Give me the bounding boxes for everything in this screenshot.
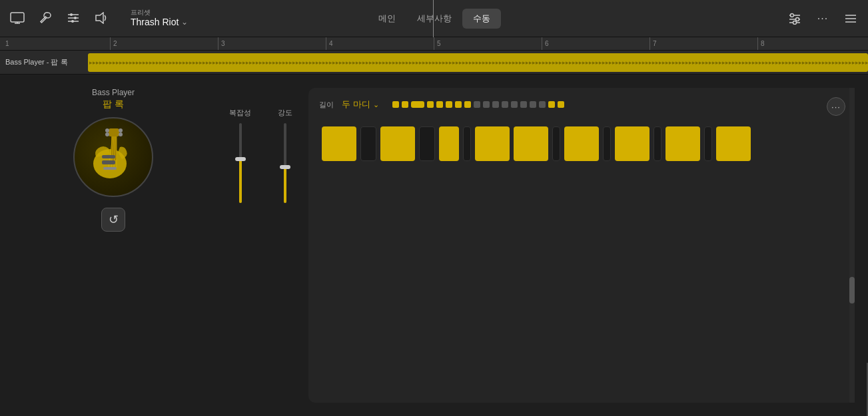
ruler: 1 2 3 4 5 6 7 8 [0,37,868,51]
beat-cell-15[interactable] [704,126,712,161]
svg-point-15 [793,21,797,24]
track-row: Bass Player - 팝 록 ▸▸▸▸▸▸▸▸▸▸▸▸▸▸▸▸▸▸▸▸▸▸… [0,51,868,75]
bass-guitar-icon [83,127,143,187]
bass-player-info: Bass Player 팝 록 [92,88,135,110]
dot-18[interactable] [558,101,564,108]
svg-point-13 [791,13,794,17]
refresh-icon: ↺ [109,212,119,227]
instrument-circle[interactable] [73,117,153,197]
beat-cell-4[interactable] [419,126,435,161]
beat-cell-10[interactable] [564,126,599,161]
intensity-fill [284,167,286,203]
dot-14[interactable] [520,101,527,108]
wrench-icon[interactable] [36,9,55,27]
beat-cell-1[interactable] [322,126,356,161]
ruler-mark-3: 3 [218,37,326,50]
dot-8[interactable] [464,101,471,108]
svg-marker-9 [96,13,103,23]
ruler-marks: 1 2 3 4 5 6 7 8 [3,37,865,50]
beat-cell-9[interactable] [552,126,560,161]
scrollbar-thumb[interactable] [849,277,855,304]
refresh-button[interactable]: ↺ [101,208,125,232]
dot-1[interactable] [392,101,399,108]
main-content: Bass Player 팝 록 [0,75,868,416]
track-pattern[interactable]: ▸▸▸▸▸▸▸▸▸▸▸▸▸▸▸▸▸▸▸▸▸▸▸▸▸▸▸▸▸▸▸▸▸▸▸▸▸▸▸▸… [88,53,868,72]
dot-17[interactable] [548,101,555,108]
dot-9[interactable] [474,101,480,108]
ruler-mark-2: 2 [110,37,218,50]
intensity-thumb[interactable] [280,165,290,169]
svg-point-25 [119,132,123,136]
track-name: Bass Player - 팝 록 [5,57,85,67]
ruler-mark-7: 7 [650,37,757,50]
speaker-icon[interactable] [92,9,111,27]
intensity-slider-col: 강도 [278,108,292,203]
complexity-slider-col: 복잡성 [229,108,251,203]
length-value[interactable]: 두 마디 [342,99,379,110]
ruler-mark-6: 6 [542,37,650,50]
svg-point-22 [105,128,109,132]
dot-11[interactable] [492,101,499,108]
svg-rect-30 [103,167,117,170]
hamburger-icon[interactable] [841,9,860,28]
toolbar-left: 프리셋 Thrash Riot [8,9,188,28]
more-dots-icon[interactable]: ··· [813,9,832,28]
dot-15[interactable] [530,101,536,108]
sliders-area: 복잡성 강도 [229,88,292,403]
svg-rect-31 [102,160,115,164]
svg-rect-0 [11,13,24,22]
beat-cell-12[interactable] [615,126,650,161]
beat-cell-6[interactable] [463,126,471,161]
svg-point-7 [74,17,77,19]
length-row: 길이 두 마디 [319,99,844,110]
dot-5[interactable] [436,101,443,108]
dot-6[interactable] [446,101,452,108]
beat-grid [319,121,844,166]
layers-icon[interactable] [64,9,83,27]
intensity-slider[interactable] [284,123,286,203]
dot-4[interactable] [427,101,434,108]
right-scrollbar[interactable] [849,88,855,403]
tab-details[interactable]: 세부사항 [406,9,462,29]
dot-10[interactable] [483,101,490,108]
length-label: 길이 [319,100,334,110]
toolbar: 프리셋 Thrash Riot 메인 세부사항 수동 ··· [0,0,868,37]
beat-cell-8[interactable] [514,126,548,161]
toolbar-right: ··· [785,9,860,28]
screen-icon[interactable] [8,9,27,27]
dot-row [392,101,564,108]
complexity-slider[interactable] [239,123,242,203]
mixer-icon[interactable] [785,9,804,28]
pattern-editor: 길이 두 마디 [308,88,855,403]
svg-point-8 [71,20,74,23]
complexity-thumb[interactable] [235,157,246,161]
beat-cell-13[interactable] [653,126,661,161]
dot-16[interactable] [539,101,546,108]
svg-rect-21 [109,128,119,136]
dot-7[interactable] [455,101,462,108]
tab-main[interactable]: 메인 [368,9,406,29]
bass-player-title: Bass Player [92,88,135,97]
dot-13[interactable] [511,101,518,108]
svg-rect-32 [102,155,115,158]
beat-cell-7[interactable] [475,126,510,161]
beat-cell-14[interactable] [665,126,700,161]
dot-3[interactable] [411,101,424,108]
ruler-mark-8: 8 [757,37,865,50]
ruler-mark-1: 1 [3,37,110,50]
tab-manual[interactable]: 수동 [462,9,501,29]
beat-cell-11[interactable] [603,126,611,161]
dot-12[interactable] [502,101,508,108]
dot-2[interactable] [402,101,408,108]
more-options-button[interactable]: ··· [827,97,845,116]
beat-cell-5[interactable] [439,126,459,161]
left-panel: Bass Player 팝 록 [13,88,213,403]
beat-cell-16[interactable] [716,126,751,161]
svg-point-14 [796,17,799,21]
preset-name[interactable]: Thrash Riot [131,17,188,28]
beat-cell-3[interactable] [380,126,415,161]
ruler-mark-5: 5 [434,37,542,50]
bass-player-genre: 팝 록 [103,99,124,110]
pattern-arrows: ▸▸▸▸▸▸▸▸▸▸▸▸▸▸▸▸▸▸▸▸▸▸▸▸▸▸▸▸▸▸▸▸▸▸▸▸▸▸▸▸… [88,59,868,66]
beat-cell-2[interactable] [360,126,376,161]
